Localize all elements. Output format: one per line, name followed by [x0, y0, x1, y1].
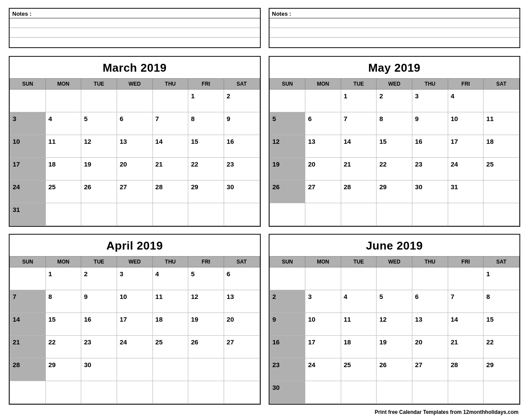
notes-line	[270, 28, 520, 38]
calendar-day: 10	[448, 112, 484, 135]
calendar-day	[224, 358, 259, 381]
calendar-day: 30	[81, 358, 117, 381]
calendar-day: 9	[270, 313, 305, 336]
calendar-day	[412, 381, 448, 404]
calendar-day: 30	[270, 381, 305, 404]
calendar-day	[341, 267, 377, 290]
calendar-title: April 2019	[10, 235, 260, 256]
day-header-tue: TUE	[81, 79, 117, 90]
notes-line	[10, 28, 260, 38]
calendar-day	[270, 267, 305, 290]
day-header-tue: TUE	[341, 257, 377, 267]
calendar-day	[412, 203, 448, 226]
calendar-day	[484, 180, 519, 203]
calendar-day: 5	[270, 112, 305, 135]
day-header-sun: SUN	[10, 257, 46, 267]
calendar-day: 20	[117, 158, 152, 180]
notes-lines-left	[10, 18, 260, 47]
calendar-day	[341, 203, 377, 226]
calendar-day: 1	[188, 90, 224, 112]
calendar-day	[448, 381, 484, 404]
notes-line	[10, 38, 260, 47]
day-header-sat: SAT	[224, 79, 259, 90]
calendar-day: 14	[152, 135, 188, 158]
calendar-day: 15	[484, 313, 519, 336]
day-header-mon: MON	[305, 79, 341, 90]
calendar-day: 17	[10, 158, 46, 180]
calendar-day: 22	[45, 336, 81, 358]
calendar-day	[224, 203, 259, 226]
calendar-day: 29	[484, 358, 519, 381]
calendar-day: 22	[188, 158, 224, 180]
day-header-sat: SAT	[224, 257, 259, 267]
calendar-day: 31	[10, 203, 46, 226]
calendar-day: 29	[188, 180, 224, 203]
calendar-day	[305, 90, 341, 112]
day-header-sun: SUN	[10, 79, 46, 90]
calendar-table: SUNMONTUEWEDTHUFRISAT1234567891011121314…	[10, 256, 260, 404]
calendar-day: 31	[448, 180, 484, 203]
day-header-thu: THU	[152, 257, 188, 267]
calendar-day	[10, 267, 46, 290]
calendar-day: 24	[448, 158, 484, 180]
calendar-day: 3	[305, 290, 341, 313]
calendar-day	[152, 203, 188, 226]
calendar-day: 4	[45, 112, 81, 135]
calendar-day: 7	[448, 290, 484, 313]
calendar-day: 18	[484, 135, 519, 158]
calendar-day	[117, 90, 152, 112]
day-header-fri: FRI	[188, 79, 224, 90]
calendar-day: 28	[448, 358, 484, 381]
calendar-day: 16	[270, 336, 305, 358]
day-header-thu: THU	[152, 79, 188, 90]
calendar-day: 10	[10, 135, 46, 158]
calendar-title: May 2019	[270, 57, 520, 78]
day-header-thu: THU	[412, 257, 448, 267]
calendar-day: 9	[81, 290, 117, 313]
calendar-day: 12	[81, 135, 117, 158]
notes-box-right: Notes :	[269, 8, 521, 48]
calendar-day	[484, 381, 519, 404]
calendar-day: 24	[117, 336, 152, 358]
calendar-day: 26	[270, 180, 305, 203]
calendar-day: 23	[81, 336, 117, 358]
footer-site: 12monthholidays.com	[463, 409, 519, 415]
calendar-day: 24	[10, 180, 46, 203]
calendar-day: 22	[484, 336, 519, 358]
calendar-day: 10	[305, 313, 341, 336]
calendar-day: 15	[45, 313, 81, 336]
calendar-day: 28	[341, 180, 377, 203]
calendar-day: 16	[412, 135, 448, 158]
calendar-day: 5	[188, 267, 224, 290]
calendar-day: 11	[152, 290, 188, 313]
calendar-day	[377, 267, 412, 290]
calendar-day: 7	[152, 112, 188, 135]
notes-line	[270, 38, 520, 47]
calendar-day: 21	[152, 158, 188, 180]
day-header-sun: SUN	[270, 257, 305, 267]
notes-line	[10, 18, 260, 28]
calendar-day: 24	[305, 358, 341, 381]
calendar-day: 2	[81, 267, 117, 290]
calendar-day: 25	[341, 358, 377, 381]
calendar-day: 26	[81, 180, 117, 203]
calendar-day: 11	[341, 313, 377, 336]
calendar-day	[81, 381, 117, 404]
calendar-day: 6	[224, 267, 259, 290]
calendar-day: 25	[152, 336, 188, 358]
calendar-table: SUNMONTUEWEDTHUFRISAT1234567891011121314…	[10, 78, 260, 226]
calendar-day: 7	[341, 112, 377, 135]
calendar-day	[152, 381, 188, 404]
calendar-day: 17	[305, 336, 341, 358]
day-header-sat: SAT	[484, 257, 519, 267]
calendar-day	[305, 203, 341, 226]
calendar-day: 1	[45, 267, 81, 290]
calendar-table: SUNMONTUEWEDTHUFRISAT1234567891011121314…	[270, 256, 520, 404]
calendar-day: 19	[81, 158, 117, 180]
calendar-day: 2	[270, 290, 305, 313]
day-header-thu: THU	[412, 79, 448, 90]
calendar-day	[188, 358, 224, 381]
calendar-day	[152, 90, 188, 112]
calendar-day: 8	[45, 290, 81, 313]
calendar-day: 20	[305, 158, 341, 180]
